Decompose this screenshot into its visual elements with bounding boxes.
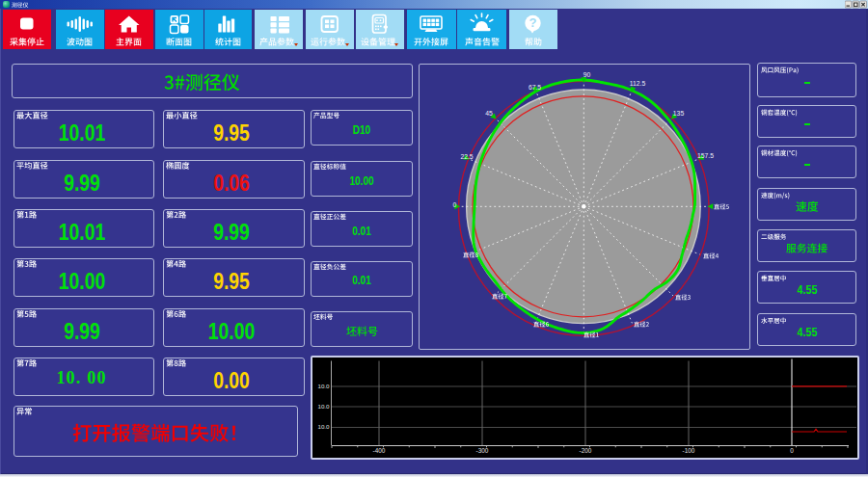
svg-text:?: ? [529, 15, 537, 30]
